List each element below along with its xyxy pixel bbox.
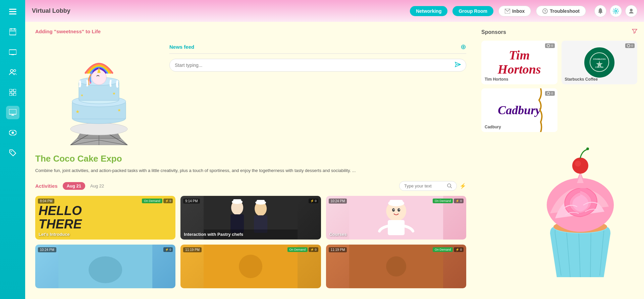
svg-rect-55 — [233, 199, 241, 203]
card-b1-time: 10:24 PM — [38, 247, 56, 252]
sidebar-menu-icon[interactable] — [6, 5, 19, 18]
activity-cards-grid: HELLOTHERE 8:04 PM On Demand ⚡ 0 Let's I… — [35, 196, 466, 288]
card-bottom-3[interactable]: 11:19 PM On Demand ⚡ 0 — [326, 245, 466, 288]
card-bottom-2[interactable]: 11:19 PM On Demand ⚡ 0 — [180, 245, 321, 288]
search-icon — [447, 183, 452, 188]
cadbury-badge: 0 — [545, 91, 554, 96]
starbucks-name: Starbucks Coffee — [565, 77, 598, 82]
svg-point-75 — [386, 256, 406, 276]
inbox-button[interactable]: Inbox — [498, 6, 531, 16]
starbucks-logo: STARBUCKS COFFEE — [584, 47, 614, 78]
tim-hortons-badge: 0 — [545, 43, 554, 48]
grouproom-button[interactable]: Group Room — [452, 6, 493, 16]
card-b3-badge: On Demand ⚡ 0 — [433, 247, 464, 252]
svg-rect-16 — [9, 109, 16, 114]
courses-on-demand-badge: On Demand — [433, 199, 453, 203]
user-avatar[interactable] — [625, 5, 637, 17]
sidebar-eye-icon[interactable] — [6, 126, 19, 139]
svg-rect-1 — [9, 11, 16, 12]
event-tag: Adding "sweetness" to Life — [35, 29, 466, 34]
activities-filter-icon[interactable]: ⚡ — [460, 183, 466, 189]
sponsor-tim-hortons[interactable]: TimHortons 0 Tim Hortons — [481, 41, 557, 84]
card-b2-count: ⚡ 0 — [309, 247, 318, 252]
svg-text:★: ★ — [117, 108, 121, 113]
send-icon[interactable] — [455, 62, 461, 69]
card-pastry-chefs[interactable]: 9:14 PM ⚡ 0 Interaction with Pastry chef… — [180, 196, 321, 240]
sponsor-cadbury[interactable]: Cadbury 0 Cadbury — [481, 88, 557, 132]
sidebar-monitor-icon[interactable] — [6, 106, 19, 119]
news-feed-expand-button[interactable]: ⊕ — [461, 43, 466, 51]
news-feed-input-area[interactable] — [169, 59, 466, 72]
on-demand-badge: On Demand — [142, 199, 162, 203]
svg-text:★: ★ — [75, 109, 80, 114]
activities-label: Activities — [35, 183, 58, 189]
card-pastry-count: ⚡ 0 — [309, 199, 318, 203]
settings-button[interactable] — [610, 5, 622, 17]
activities-header: Activities Aug 21 Aug 22 ⚡ — [35, 181, 466, 191]
sponsors-grid: TimHortons 0 Tim Hortons — [481, 41, 637, 132]
svg-rect-13 — [13, 89, 16, 92]
card-b2-on-demand: On Demand — [287, 247, 308, 252]
sidebar — [0, 0, 25, 299]
card-bottom-1[interactable]: 10:24 PM ⚡ 0 — [35, 245, 175, 288]
card-hello-there[interactable]: HELLOTHERE 8:04 PM On Demand ⚡ 0 Let's I… — [35, 196, 175, 240]
troubleshoot-button[interactable]: ? Troubleshoot — [536, 6, 586, 16]
svg-rect-64 — [389, 200, 403, 205]
card-hello-time: 8:04 PM — [38, 199, 54, 204]
svg-point-49 — [447, 184, 451, 187]
main-column: Adding "sweetness" to Life — [25, 22, 476, 299]
card-courses[interactable]: 10:24 PM On Demand ⚡ 0 Courses — [326, 196, 466, 240]
svg-point-87 — [572, 158, 588, 174]
activities-search-box[interactable] — [399, 181, 457, 191]
card-courses-count: ⚡ 0 — [454, 199, 464, 203]
svg-point-83 — [547, 92, 550, 95]
sidebar-tag-icon[interactable] — [6, 146, 19, 160]
event-description: Combine fun, joint activities, and actio… — [35, 167, 466, 174]
svg-text:★: ★ — [80, 93, 84, 97]
card-b1-count: ⚡ 0 — [163, 247, 173, 252]
svg-point-21 — [11, 151, 12, 152]
notifications-button[interactable] — [594, 5, 606, 17]
card-courses-badge: On Demand ⚡ 0 — [433, 199, 464, 203]
news-feed-title: News feed — [169, 44, 194, 50]
svg-text:COFFEE: COFFEE — [595, 66, 603, 68]
date-aug21-badge[interactable]: Aug 21 — [63, 182, 85, 190]
svg-point-71 — [89, 256, 122, 283]
event-hero: ★ ★ ★ ★ — [35, 39, 466, 147]
sponsors-filter-icon[interactable] — [632, 29, 637, 36]
svg-rect-15 — [13, 93, 16, 96]
event-name: The Coco Cake Expo — [35, 154, 466, 164]
sidebar-tv-icon[interactable] — [6, 45, 19, 59]
svg-rect-2 — [9, 13, 16, 14]
card-pastry-label: Interaction with Pastry chefs — [184, 232, 243, 237]
news-feed-header: News feed ⊕ — [169, 43, 466, 54]
news-feed-text-input[interactable] — [175, 62, 451, 68]
svg-rect-12 — [9, 89, 12, 92]
sponsors-title: Sponsors — [481, 29, 506, 35]
card-hello-badge: On Demand ⚡ 0 — [142, 199, 173, 203]
topbar: Virtual Lobby Networking Group Room Inbo… — [25, 0, 644, 22]
sidebar-schedule-icon[interactable] — [6, 25, 19, 39]
sponsors-header: Sponsors — [481, 29, 637, 36]
cadbury-name: Cadbury — [485, 125, 501, 129]
card-b1-badge: ⚡ 0 — [163, 247, 173, 252]
sidebar-people-icon[interactable] — [6, 66, 19, 79]
activities-search-input[interactable] — [404, 183, 444, 188]
tim-hortons-logo: TimHortons — [498, 48, 541, 77]
card-b2-badge: On Demand ⚡ 0 — [287, 247, 318, 252]
topbar-right-actions — [594, 5, 637, 17]
date-aug22-badge[interactable]: Aug 22 — [90, 183, 104, 188]
svg-rect-3 — [9, 29, 16, 35]
card-pastry-time: 9:14 PM — [183, 199, 200, 204]
sidebar-grid-icon[interactable] — [6, 86, 19, 99]
svg-point-76 — [547, 44, 550, 47]
right-column: Sponsors TimHortons 0 — [476, 22, 644, 299]
content-area: Adding "sweetness" to Life — [25, 22, 644, 299]
card-courses-label: Courses — [329, 232, 347, 237]
activities-search-area: ⚡ — [399, 181, 466, 191]
sponsor-starbucks[interactable]: STARBUCKS COFFEE 0 Starbucks Co — [561, 41, 638, 84]
svg-line-50 — [450, 187, 452, 188]
svg-point-68 — [398, 209, 399, 210]
networking-button[interactable]: Networking — [410, 6, 447, 16]
svg-point-82 — [627, 44, 630, 47]
